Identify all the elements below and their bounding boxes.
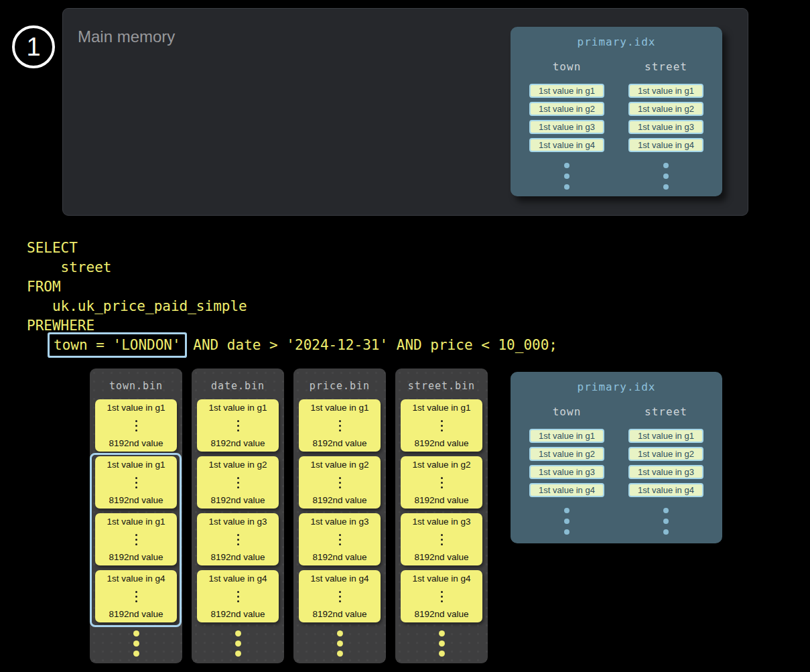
- idx-entry-chip: 1st value in g3: [529, 465, 604, 479]
- granule-last-value: 8192nd value: [312, 609, 366, 619]
- granule-last-value: 8192nd value: [414, 495, 468, 505]
- granule-last-value: 8192nd value: [414, 552, 468, 562]
- granule-last-value: 8192nd value: [109, 609, 163, 619]
- primary-idx-panel-bottom: primary.idx town 1st value in g1 1st val…: [511, 372, 722, 543]
- step-number: 1: [26, 33, 40, 62]
- primary-idx-columns: town 1st value in g1 1st value in g2 1st…: [511, 405, 722, 535]
- idx-entry-chip: 1st value in g2: [628, 102, 703, 116]
- granule-first-value: 1st value in g2: [412, 460, 470, 470]
- granule-block: 1st value in g2 8192nd value: [401, 456, 482, 509]
- granule-block: 1st value in g4 8192nd value: [95, 570, 177, 622]
- granule-first-value: 1st value in g4: [107, 574, 165, 584]
- granule-last-value: 8192nd value: [109, 495, 163, 505]
- sql-line: SELECT: [27, 239, 557, 258]
- granule-block: 1st value in g2 8192nd value: [197, 456, 279, 509]
- granule-last-value: 8192nd value: [210, 609, 265, 619]
- ellipsis-dots-icon: [663, 163, 669, 190]
- ellipsis-dots-icon: [90, 630, 182, 657]
- idx-column-street: street 1st value in g1 1st value in g2 1…: [626, 405, 705, 535]
- granule-ellipsis-icon: [135, 477, 137, 488]
- sql-line: street: [27, 258, 557, 277]
- granule-ellipsis-icon: [237, 591, 239, 602]
- granule-block: 1st value in g4 8192nd value: [197, 570, 279, 622]
- idx-entry-chip: 1st value in g4: [628, 483, 703, 497]
- granule-last-value: 8192nd value: [312, 552, 366, 562]
- granule-ellipsis-icon: [237, 534, 239, 545]
- idx-entry-chip: 1st value in g4: [529, 483, 604, 497]
- prewhere-condition-rest: AND date > '2024-12-31' AND price < 10_0…: [185, 337, 557, 353]
- bin-file-title: town.bin: [90, 380, 182, 392]
- ellipsis-dots-icon: [293, 630, 386, 657]
- granule-first-value: 1st value in g1: [310, 403, 368, 413]
- primary-idx-title: primary.idx: [511, 381, 722, 393]
- granule-ellipsis-icon: [339, 477, 341, 488]
- granule-block: 1st value in g3 8192nd value: [197, 513, 279, 565]
- sql-line: uk.uk_price_paid_simple: [27, 297, 557, 316]
- primary-idx-panel-top: primary.idx town 1st value in g1 1st val…: [511, 27, 722, 196]
- granule-block: 1st value in g1 8192nd value: [95, 513, 177, 565]
- granule-first-value: 1st value in g3: [208, 517, 267, 527]
- bin-file-panel-date: date.bin 1st value in g1 8192nd value 1s…: [192, 368, 284, 663]
- granule-first-value: 1st value in g1: [412, 403, 470, 413]
- step-1-badge: 1: [12, 25, 55, 68]
- granule-block: 1st value in g2 8192nd value: [299, 456, 381, 509]
- ellipsis-dots-icon: [395, 630, 488, 657]
- idx-column-header: town: [553, 60, 582, 73]
- bin-file-panel-street: street.bin 1st value in g1 8192nd value …: [395, 368, 488, 663]
- sql-line: PREWHERE: [27, 316, 557, 336]
- granule-block: 1st value in g1 8192nd value: [299, 399, 381, 452]
- granule-block: 1st value in g1 8192nd value: [95, 399, 177, 452]
- granule-ellipsis-icon: [135, 591, 137, 602]
- ellipsis-dots-icon: [663, 508, 669, 535]
- granule-last-value: 8192nd value: [210, 552, 265, 562]
- granule-block: 1st value in g3 8192nd value: [401, 513, 482, 565]
- granule-ellipsis-icon: [135, 420, 137, 431]
- bin-file-panel-town: town.bin 1st value in g1 8192nd value 1s…: [90, 368, 182, 663]
- idx-entry-chip: 1st value in g2: [529, 102, 604, 116]
- granule-first-value: 1st value in g1: [107, 517, 165, 527]
- granule-block: 1st value in g1 8192nd value: [95, 456, 177, 509]
- granule-last-value: 8192nd value: [109, 552, 163, 562]
- idx-column-street: street 1st value in g1 1st value in g2 1…: [626, 60, 705, 190]
- granule-block: 1st value in g4 8192nd value: [401, 570, 482, 622]
- prewhere-highlight-box: town = 'LONDON': [50, 334, 185, 356]
- granule-block: 1st value in g1 8192nd value: [401, 399, 482, 452]
- granule-first-value: 1st value in g4: [208, 574, 267, 584]
- granule-ellipsis-icon: [237, 420, 239, 431]
- sql-query: SELECT street FROM uk.uk_price_paid_simp…: [27, 239, 557, 355]
- granule-ellipsis-icon: [441, 534, 443, 545]
- idx-entry-chip: 1st value in g1: [529, 84, 604, 98]
- primary-idx-columns: town 1st value in g1 1st value in g2 1st…: [511, 60, 722, 190]
- granule-block: 1st value in g4 8192nd value: [299, 570, 381, 622]
- idx-entry-chip: 1st value in g1: [529, 429, 604, 443]
- granule-first-value: 1st value in g1: [107, 403, 165, 413]
- granule-first-value: 1st value in g2: [310, 460, 368, 470]
- granule-last-value: 8192nd value: [312, 438, 366, 448]
- idx-column-town: town 1st value in g1 1st value in g2 1st…: [527, 405, 606, 535]
- bin-file-panel-price: price.bin 1st value in g1 8192nd value 1…: [293, 368, 386, 663]
- granule-first-value: 1st value in g4: [310, 574, 368, 584]
- diagram-canvas: 1 Main memory primary.idx town 1st value…: [0, 0, 810, 672]
- granule-ellipsis-icon: [237, 477, 239, 488]
- granule-ellipsis-icon: [441, 591, 443, 602]
- sql-line-prewhere-condition: town = 'LONDON' AND date > '2024-12-31' …: [27, 336, 557, 355]
- granule-first-value: 1st value in g4: [412, 574, 470, 584]
- granule-last-value: 8192nd value: [312, 495, 366, 505]
- granule-last-value: 8192nd value: [109, 438, 163, 448]
- idx-column-header: street: [645, 60, 687, 73]
- sql-line: FROM: [27, 277, 557, 297]
- granule-ellipsis-icon: [441, 420, 443, 431]
- granule-block: 1st value in g3 8192nd value: [299, 513, 381, 565]
- granule-first-value: 1st value in g3: [412, 517, 470, 527]
- idx-entry-chip: 1st value in g4: [628, 138, 703, 152]
- main-memory-title: Main memory: [78, 29, 175, 45]
- bin-file-title: street.bin: [395, 380, 488, 392]
- idx-entry-chip: 1st value in g1: [628, 84, 703, 98]
- granule-last-value: 8192nd value: [210, 438, 265, 448]
- primary-idx-title: primary.idx: [511, 36, 722, 48]
- idx-entry-chip: 1st value in g4: [529, 138, 604, 152]
- granule-ellipsis-icon: [441, 477, 443, 488]
- granule-ellipsis-icon: [339, 534, 341, 545]
- granule-first-value: 1st value in g1: [208, 403, 267, 413]
- idx-entry-chip: 1st value in g3: [628, 465, 703, 479]
